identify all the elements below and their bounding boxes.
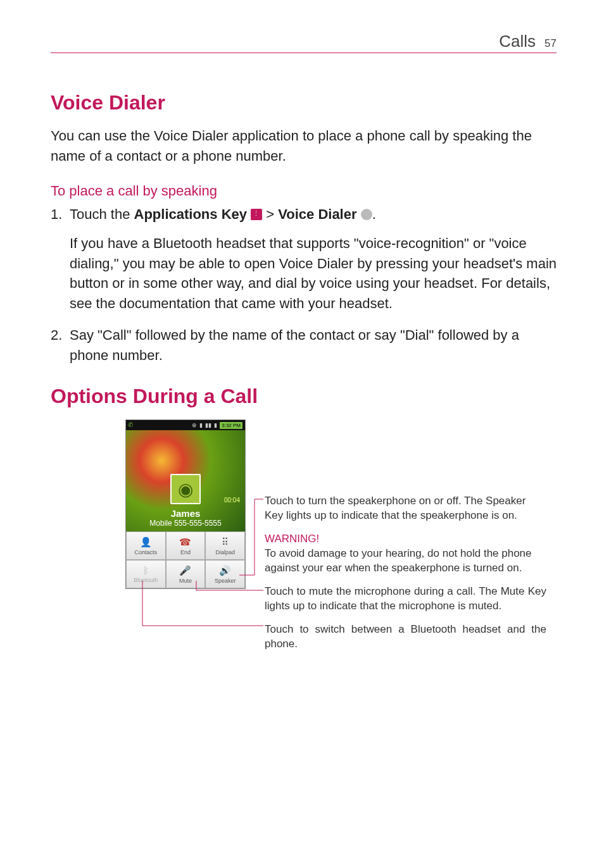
phone-screenshot: ✆ ⊕ ▮ ▮▮ ▮ 3:32 PM ◉ 00:04 James Mobile … <box>125 419 246 589</box>
section-title-voice-dialer: Voice Dialer <box>51 91 557 115</box>
speaker-label: Speaker <box>215 578 236 584</box>
speaker-button[interactable]: 🔊 Speaker <box>205 560 245 588</box>
step-2-body: Say "Call" followed by the name of the c… <box>70 327 519 363</box>
mute-button[interactable]: 🎤 Mute <box>166 560 206 588</box>
contact-name: James <box>171 508 201 519</box>
phone-call-icon: ✆ <box>128 421 133 428</box>
header-section-title: Calls <box>499 32 536 51</box>
warning-label: WARNING! <box>265 533 319 545</box>
step-1: 1. Touch the Applications Key > Voice Di… <box>51 204 557 314</box>
step-1-number: 1. <box>51 204 62 225</box>
call-wallpaper: ◉ 00:04 James Mobile 555-555-5555 <box>126 430 245 531</box>
status-data-icon: ▮ <box>199 422 203 428</box>
step-2: 2. Say "Call" followed by the name of th… <box>51 325 557 366</box>
step-1-voice-dialer: Voice Dialer <box>278 206 356 222</box>
step-1-text-e: . <box>372 206 376 222</box>
annotation-warning: WARNING! To avoid damage to your hearing… <box>265 532 546 576</box>
contacts-label: Contacts <box>135 549 158 555</box>
phone-statusbar: ✆ ⊕ ▮ ▮▮ ▮ 3:32 PM <box>126 420 245 430</box>
contacts-button[interactable]: 👤 Contacts <box>126 531 166 560</box>
step-1-body: If you have a Bluetooth headset that sup… <box>70 233 557 314</box>
call-timer: 00:04 <box>224 497 240 504</box>
dialpad-button[interactable]: ⠿ Dialpad <box>205 531 245 560</box>
header-page-number: 57 <box>544 37 557 50</box>
contacts-icon: 👤 <box>140 536 152 548</box>
bluetooth-label: Bluetooth <box>134 577 158 583</box>
end-label: End <box>180 549 191 555</box>
dialpad-label: Dialpad <box>215 549 235 555</box>
subhead-place-call: To place a call by speaking <box>51 183 557 199</box>
end-icon: ☎ <box>179 536 191 548</box>
warning-body: To avoid damage to your hearing, do not … <box>265 547 532 574</box>
annotation-mute: Touch to mute the microphone during a ca… <box>265 585 546 614</box>
voice-dialer-intro: You can use the Voice Dialer application… <box>51 126 557 166</box>
bluetooth-icon: ᛒ <box>143 565 149 576</box>
end-button[interactable]: ☎ End <box>166 531 206 560</box>
annotations: Touch to turn the speakerphone on or off… <box>265 419 546 660</box>
bluetooth-button[interactable]: ᛒ Bluetooth <box>126 560 166 588</box>
contact-number: Mobile 555-555-5555 <box>149 519 221 528</box>
status-battery-icon: ▮ <box>214 422 217 428</box>
voice-dialer-icon <box>361 209 372 220</box>
page-header: Calls 57 <box>51 32 557 53</box>
call-button-grid: 👤 Contacts ☎ End ⠿ Dialpad ᛒ Bluetooth 🎤 <box>126 531 245 588</box>
step-2-number: 2. <box>51 325 62 345</box>
status-gps-icon: ⊕ <box>192 422 197 428</box>
section-title-options: Options During a Call <box>51 385 557 408</box>
step-1-apps-key: Applications Key <box>134 206 247 222</box>
annotation-bluetooth: Touch to switch between a Bluetooth head… <box>265 623 546 652</box>
status-signal-icon: ▮▮ <box>205 422 211 428</box>
annotation-speaker: Touch to turn the speakerphone on or off… <box>265 494 546 523</box>
apps-key-icon <box>251 209 262 220</box>
mute-icon: 🎤 <box>179 565 191 576</box>
status-time: 3:32 PM <box>220 422 242 429</box>
mute-label: Mute <box>179 578 192 584</box>
step-1-text-a: Touch the <box>70 206 134 222</box>
contact-avatar-icon: ◉ <box>170 474 201 504</box>
speaker-icon: 🔊 <box>219 565 231 576</box>
dialpad-icon: ⠿ <box>222 536 229 548</box>
